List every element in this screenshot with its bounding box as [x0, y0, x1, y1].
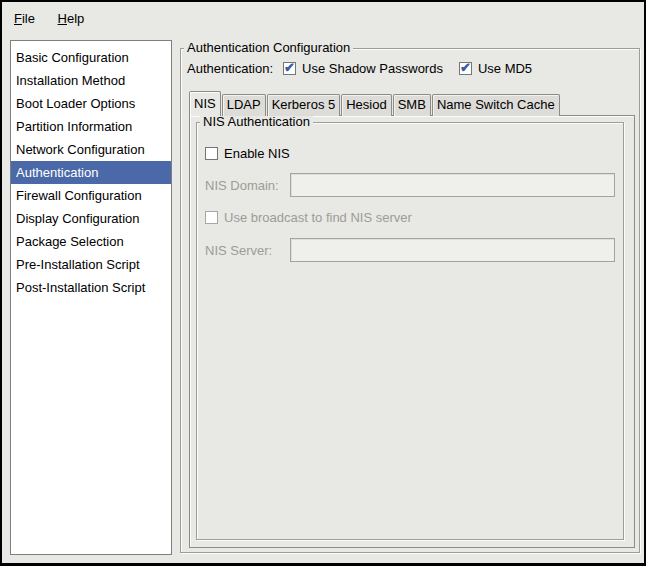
- enable-nis-checkbox[interactable]: Enable NIS: [205, 146, 290, 161]
- authentication-notebook: NIS LDAP Kerberos 5 Hesiod SMB Name Swit…: [189, 91, 635, 548]
- use-shadow-passwords-checkbox[interactable]: Use Shadow Passwords: [283, 61, 443, 76]
- nis-server-input: [290, 238, 615, 262]
- tab-bar: NIS LDAP Kerberos 5 Hesiod SMB Name Swit…: [189, 91, 635, 116]
- checkbox-box-icon: [283, 62, 296, 75]
- tab-name-switch-cache[interactable]: Name Switch Cache: [432, 94, 560, 116]
- authentication-configuration-frame: Authentication Configuration Authenticat…: [180, 48, 640, 553]
- use-md5-checkbox[interactable]: Use MD5: [459, 61, 532, 76]
- sidebar-item-pre-installation-script[interactable]: Pre-Installation Script: [11, 253, 171, 276]
- checkbox-label: Use Shadow Passwords: [302, 61, 443, 76]
- nis-domain-label: NIS Domain:: [205, 178, 279, 193]
- checkbox-label: Use broadcast to find NIS server: [224, 210, 412, 225]
- tab-kerberos-5[interactable]: Kerberos 5: [267, 94, 341, 116]
- sidebar-item-firewall-configuration[interactable]: Firewall Configuration: [11, 184, 171, 207]
- frame-title: Authentication Configuration: [184, 40, 353, 56]
- menu-file[interactable]: File: [14, 11, 35, 26]
- sidebar-item-post-installation-script[interactable]: Post-Installation Script: [11, 276, 171, 299]
- checkbox-box-icon: [459, 62, 472, 75]
- checkbox-label: Use MD5: [478, 61, 532, 76]
- tab-nis[interactable]: NIS: [189, 91, 221, 116]
- sidebar-item-package-selection[interactable]: Package Selection: [11, 230, 171, 253]
- sidebar-item-boot-loader-options[interactable]: Boot Loader Options: [11, 92, 171, 115]
- frame-title: NIS Authentication: [200, 114, 313, 130]
- menubar: File Help: [2, 2, 644, 36]
- menu-help[interactable]: Help: [58, 11, 85, 26]
- sidebar-item-installation-method[interactable]: Installation Method: [11, 69, 171, 92]
- sidebar-item-display-configuration[interactable]: Display Configuration: [11, 207, 171, 230]
- authentication-label: Authentication:: [187, 61, 273, 76]
- tab-hesiod[interactable]: Hesiod: [341, 94, 391, 116]
- nis-server-label: NIS Server:: [205, 243, 272, 258]
- sidebar-item-authentication[interactable]: Authentication: [11, 161, 171, 184]
- tab-ldap[interactable]: LDAP: [222, 94, 266, 116]
- sidebar-item-network-configuration[interactable]: Network Configuration: [11, 138, 171, 161]
- nis-tab-page: NIS Authentication Enable NIS NIS Domain…: [189, 115, 635, 548]
- authentication-row: Authentication: Use Shadow Passwords Use…: [187, 59, 548, 77]
- sidebar-item-partition-information[interactable]: Partition Information: [11, 115, 171, 138]
- sidebar-item-basic-configuration[interactable]: Basic Configuration: [11, 46, 171, 69]
- use-broadcast-checkbox: Use broadcast to find NIS server: [205, 210, 412, 225]
- checkbox-box-icon: [205, 147, 218, 160]
- tab-smb[interactable]: SMB: [393, 94, 431, 116]
- checkbox-label: Enable NIS: [224, 146, 290, 161]
- kickstart-configurator-window: File Help Basic Configuration Installati…: [0, 0, 646, 566]
- category-list: Basic Configuration Installation Method …: [10, 40, 172, 555]
- nis-authentication-frame: NIS Authentication Enable NIS NIS Domain…: [196, 122, 624, 540]
- checkbox-box-icon: [205, 211, 218, 224]
- nis-domain-input: [290, 173, 615, 197]
